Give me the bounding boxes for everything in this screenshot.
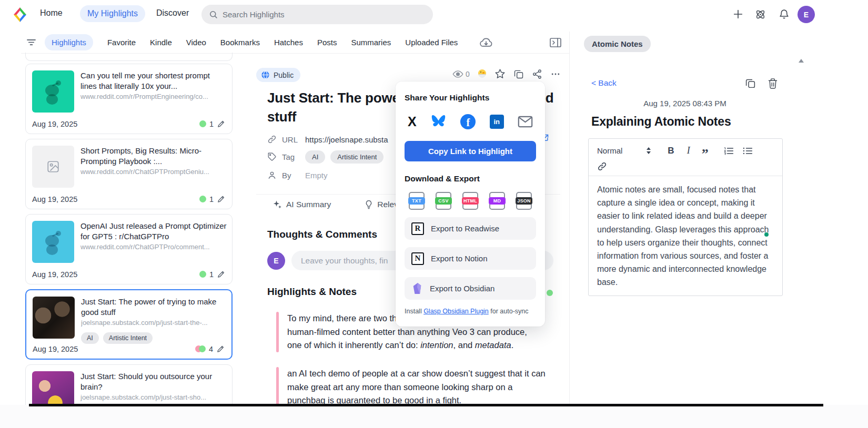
obsidian-plugin-note: Install Glasp Obsidian Plugin for auto-s… — [405, 308, 536, 315]
email-icon[interactable] — [518, 116, 533, 128]
blockquote-button[interactable]: ” — [702, 151, 709, 157]
card-url: joelsnape.substack.com/p/just-start-sho.… — [80, 393, 227, 401]
url-value[interactable]: https://joelsnape.substa — [305, 135, 388, 144]
library-toolbar: Highlights Favorite Kindle Video Bookmar… — [21, 32, 569, 54]
tab-highlights[interactable]: Highlights — [45, 34, 93, 50]
share-icon[interactable] — [532, 69, 542, 79]
star-icon[interactable] — [494, 68, 506, 79]
highlight-count: 1 — [209, 270, 214, 279]
card-title: Just Start: The power of trying to make … — [81, 297, 227, 318]
ai-summary-label: AI Summary — [286, 200, 331, 209]
nav-home[interactable]: Home — [40, 8, 63, 18]
note-timestamp: Aug 19, 2025 08:43 PM — [579, 99, 791, 108]
tab-video[interactable]: Video — [186, 38, 206, 47]
app-window: Home My Highlights Discover E Hi — [0, 0, 868, 405]
card-url: www.reddit.com/r/ChatGPTPro/comment... — [80, 243, 227, 251]
note-title[interactable]: Explaining Atomic Notes — [591, 115, 731, 129]
highlight-block[interactable]: an AI tech demo of people at a car show … — [276, 367, 552, 405]
linkedin-icon[interactable]: in — [490, 115, 504, 129]
nav-discover[interactable]: Discover — [156, 8, 189, 18]
bullet-list-button[interactable] — [742, 146, 753, 156]
views-count: 0 — [466, 70, 470, 78]
cloud-download-icon[interactable] — [479, 37, 493, 48]
card-date: Aug 19, 2025 — [32, 195, 77, 203]
list-item-selected[interactable]: Just Start: The power of trying to make … — [25, 289, 233, 360]
duplicate-icon[interactable] — [513, 69, 524, 79]
delete-note-icon[interactable] — [768, 78, 778, 89]
export-txt-icon[interactable]: TXT — [406, 192, 428, 210]
list-item[interactable]: Short Prompts, Big Results: Micro-Prompt… — [25, 139, 233, 209]
card-date: Aug 19, 2025 — [33, 345, 78, 353]
atom-notes-icon[interactable] — [754, 8, 766, 21]
tab-posts[interactable]: Posts — [317, 38, 337, 47]
obsidian-plugin-link[interactable]: Glasp Obsidian Plugin — [423, 308, 489, 315]
x-twitter-icon[interactable]: X — [408, 115, 417, 128]
tab-kindle[interactable]: Kindle — [150, 38, 172, 47]
export-obsidian-button[interactable]: Export to Obsidian — [405, 277, 536, 300]
article-thumbnail — [32, 371, 74, 405]
copy-note-icon[interactable] — [745, 78, 756, 89]
download-export-heading: Download & Export — [405, 174, 536, 184]
search-input[interactable] — [223, 10, 426, 19]
ordered-list-button[interactable] — [723, 146, 734, 156]
scrollbar-up-arrow[interactable] — [799, 59, 804, 63]
visibility-badge[interactable]: Public — [256, 68, 300, 82]
share-popup-title: Share Your Highlights — [405, 93, 536, 103]
by-value[interactable]: Empty — [305, 171, 328, 180]
nav-my-highlights[interactable]: My Highlights — [80, 5, 145, 22]
facebook-icon[interactable]: f — [460, 114, 476, 129]
note-body[interactable]: Atomic notes are small, focused notes th… — [589, 176, 782, 296]
hatching-chick-icon[interactable] — [478, 69, 487, 78]
highlight-marker-dot — [547, 290, 553, 296]
tag-pill[interactable]: Artistic Intent — [103, 332, 153, 344]
glasp-logo[interactable] — [12, 6, 28, 23]
reddit-thumbnail — [32, 221, 74, 263]
notion-icon: N — [411, 252, 424, 265]
format-stepper-icon[interactable] — [647, 147, 651, 154]
tab-favorite[interactable]: Favorite — [107, 38, 136, 47]
tab-summaries[interactable]: Summaries — [351, 38, 391, 47]
atomic-notes-tab[interactable]: Atomic Notes — [584, 36, 651, 52]
tag-pill[interactable]: AI — [305, 150, 325, 164]
user-avatar[interactable]: E — [798, 6, 815, 23]
top-header: Home My Highlights Discover E — [0, 0, 868, 29]
tab-hatches[interactable]: Hatches — [274, 38, 303, 47]
italic-button[interactable]: I — [687, 145, 690, 156]
export-notion-button[interactable]: N Export to Notion — [405, 247, 536, 270]
tag-pill[interactable]: AI — [81, 332, 99, 344]
saved-indicator-dot — [764, 232, 769, 237]
search-bar[interactable] — [201, 5, 433, 24]
insert-link-button[interactable] — [597, 161, 774, 171]
collapse-panel-icon[interactable] — [549, 37, 562, 48]
bluesky-icon[interactable] — [430, 115, 447, 129]
list-item[interactable]: Can you tell me your shortest prompt lin… — [25, 64, 233, 134]
format-select[interactable]: Normal — [597, 146, 622, 155]
card-date: Aug 19, 2025 — [32, 270, 77, 279]
tab-uploaded-files[interactable]: Uploaded Files — [405, 38, 458, 47]
tab-bookmarks[interactable]: Bookmarks — [220, 38, 260, 47]
filter-icon[interactable] — [26, 38, 36, 47]
note-editor[interactable]: Normal B I ” Atomic notes are small, foc… — [588, 138, 783, 296]
notifications-bell-icon[interactable] — [779, 8, 790, 20]
export-md-icon[interactable]: MD — [486, 192, 508, 210]
partial-card-top[interactable] — [25, 53, 233, 61]
back-link[interactable]: < Back — [591, 78, 617, 88]
reddit-thumbnail — [32, 70, 74, 113]
bold-button[interactable]: B — [668, 146, 674, 156]
more-options-icon[interactable] — [550, 69, 561, 79]
add-icon[interactable] — [732, 8, 744, 20]
list-item[interactable]: OpenAI Just released a Prompt Optimizer … — [25, 214, 233, 284]
export-html-icon[interactable]: HTML — [459, 192, 481, 210]
list-item[interactable]: Just Start: Should you outsource your br… — [25, 364, 233, 405]
ai-summary-button[interactable]: AI Summary — [272, 200, 331, 209]
tag-pill[interactable]: Artistic Intent — [330, 150, 383, 164]
highlight-bar — [276, 312, 279, 352]
by-label: By — [282, 171, 300, 180]
export-json-icon[interactable]: JSON — [513, 192, 535, 210]
card-url: www.reddit.com/r/PromptEngineering/co... — [80, 93, 227, 100]
copy-link-button[interactable]: Copy Link to Highlight — [405, 141, 536, 161]
export-csv-icon[interactable]: CSV — [432, 192, 455, 210]
sparkles-icon — [272, 200, 282, 209]
export-readwise-button[interactable]: R Export to Readwise — [405, 217, 536, 240]
tag-icon — [267, 152, 277, 161]
